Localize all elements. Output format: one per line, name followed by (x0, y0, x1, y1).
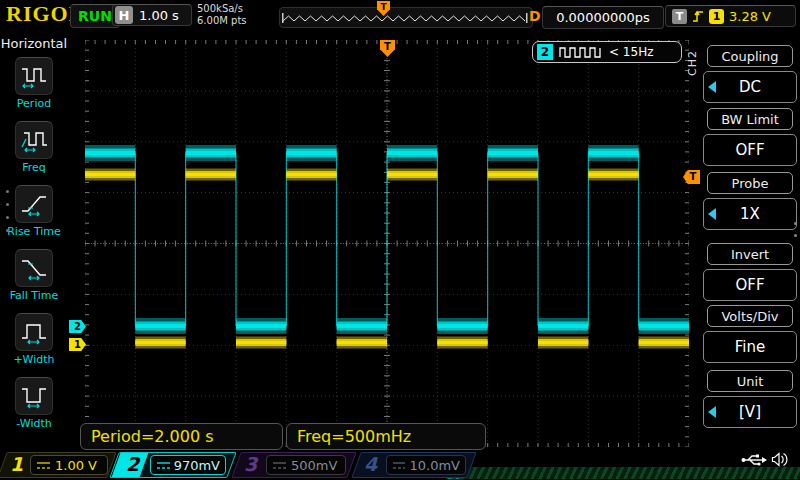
menu-page-dot (6, 216, 9, 219)
timebase-value: 1.00 s (139, 8, 179, 23)
menu-group-title: Invert (707, 243, 793, 265)
sample-rate-info: 500kSa/s 6.00M pts (197, 3, 247, 27)
channel4-scale: 10.0mV (409, 458, 460, 473)
measurement-period[interactable]: Period=2.000 s (80, 423, 283, 450)
rise-time-icon[interactable] (15, 185, 53, 223)
delay-label: D (529, 8, 541, 24)
invert-value-button[interactable]: OFF (703, 269, 797, 301)
sample-rate: 500kSa/s (197, 3, 247, 15)
bw-limit-value-button[interactable]: OFF (703, 134, 797, 166)
menu-item-label: -Width (0, 417, 68, 430)
menu-page-dot (6, 203, 9, 206)
chevron-left-icon (708, 208, 716, 220)
unit-value-button[interactable]: [V] (703, 396, 797, 428)
chevron-left-icon (708, 406, 716, 418)
dc-coupling-icon (392, 460, 405, 470)
waveform-traces (85, 40, 689, 447)
menu-group-title: Unit (707, 370, 793, 392)
unit-value: [V] (739, 403, 761, 421)
square-wave-icon (558, 45, 604, 59)
horizontal-timebase-box[interactable]: H 1.00 s (112, 4, 192, 26)
menu-item-period[interactable]: Period (0, 57, 68, 110)
probe-value-button[interactable]: 1X (703, 198, 797, 230)
menu-item-label: Period (0, 97, 68, 110)
channel3-number: 3 (244, 453, 257, 475)
badge-channel-number: 2 (537, 44, 553, 60)
menu-item-minus-width[interactable]: -Width (0, 377, 68, 430)
ch2-ground-marker[interactable]: 2 (69, 320, 86, 333)
menu-group-probe[interactable]: Probe 1X (702, 172, 798, 230)
channel2-number: 2 (126, 453, 139, 475)
plus-width-icon[interactable] (15, 313, 53, 351)
channel1-scale: 1.00 V (55, 458, 97, 473)
speaker-icon (771, 451, 789, 468)
menu-group-title: Probe (707, 172, 793, 194)
preview-waveform (280, 8, 530, 27)
usb-icon (740, 452, 768, 467)
minus-width-icon[interactable] (15, 377, 53, 415)
menu-item-label: Rise Time (0, 225, 68, 238)
badge-condition: < 15Hz (609, 45, 653, 59)
menu-item-fall-time[interactable]: Fall Time (0, 249, 68, 302)
menu-page-dot (6, 190, 9, 193)
right-menu-channel-label: CH2 (686, 50, 699, 76)
menu-group-bw-limit[interactable]: BW Limit OFF (702, 108, 798, 166)
volts-div-value: Fine (735, 338, 765, 356)
channel1-number: 1 (10, 453, 23, 475)
memory-depth: 6.00M pts (197, 15, 247, 27)
probe-value: 1X (740, 205, 760, 223)
ch2-frequency-badge: 2 < 15Hz (532, 41, 682, 63)
menu-item-label: Freq (0, 161, 68, 174)
volts-div-value-button[interactable]: Fine (703, 331, 797, 363)
status-strip (451, 467, 800, 479)
channel3-scale: 500mV (291, 458, 337, 473)
trigger-t-label: T (672, 9, 687, 24)
measurement-freq[interactable]: Freq=500mHz (286, 423, 486, 450)
rising-edge-icon (692, 8, 704, 24)
menu-page-dot (6, 229, 9, 232)
left-measure-menu: Horizontal Period Freq Ris (0, 30, 68, 450)
channel2-tab[interactable]: 2 970mV (114, 452, 232, 478)
ch1-ground-marker[interactable]: 1 (69, 338, 86, 351)
channel3-tab[interactable]: 3 500mV (236, 452, 352, 478)
channel4-tab[interactable]: 4 10.0mV (356, 452, 472, 478)
dc-coupling-icon (272, 460, 287, 470)
menu-group-title: Volts/Div (707, 305, 793, 327)
fall-time-icon[interactable] (15, 249, 53, 287)
menu-group-invert[interactable]: Invert OFF (702, 243, 798, 301)
channel1-tab[interactable]: 1 1.00 V (2, 452, 112, 478)
left-menu-title: Horizontal (0, 36, 68, 51)
delay-value-box[interactable]: 0.00000000ps (542, 6, 664, 29)
menu-group-volts-div[interactable]: Volts/Div Fine (702, 305, 798, 363)
menu-item-label: Fall Time (0, 289, 68, 302)
bw-limit-value: OFF (735, 141, 764, 159)
h-label: H (115, 6, 133, 24)
oscilloscope-screen: { "header": { "logo": "RIGOL", "run_stat… (0, 0, 800, 480)
coupling-value: DC (739, 78, 761, 96)
menu-item-freq[interactable]: Freq (0, 121, 68, 174)
channel2-scale-box[interactable]: 970mV (150, 455, 226, 475)
dc-coupling-icon (156, 460, 170, 470)
period-icon[interactable] (15, 57, 53, 95)
trigger-info-box[interactable]: T 1 3.28 V (665, 5, 796, 27)
channel3-scale-box[interactable]: 500mV (266, 455, 346, 475)
trigger-level-value: 3.28 V (729, 9, 771, 24)
channel2-scale: 970mV (174, 458, 220, 473)
trigger-source-channel: 1 (709, 9, 724, 24)
menu-item-label: +Width (0, 353, 68, 366)
menu-item-rise-time[interactable]: Rise Time (0, 185, 68, 238)
freq-icon[interactable] (15, 121, 53, 159)
waveform-preview-bar[interactable] (279, 7, 533, 28)
channel4-number: 4 (364, 453, 377, 475)
channel4-scale-box[interactable]: 10.0mV (386, 455, 466, 475)
menu-group-title: Coupling (707, 45, 793, 67)
menu-page-dot (794, 222, 797, 225)
channel1-scale-box[interactable]: 1.00 V (30, 455, 108, 475)
menu-item-plus-width[interactable]: +Width (0, 313, 68, 366)
coupling-value-button[interactable]: DC (703, 71, 797, 103)
dc-coupling-icon (36, 460, 51, 470)
menu-group-title: BW Limit (707, 108, 793, 130)
menu-group-coupling[interactable]: Coupling DC (702, 45, 798, 103)
chevron-left-icon (708, 81, 716, 93)
menu-group-unit[interactable]: Unit [V] (702, 370, 798, 428)
